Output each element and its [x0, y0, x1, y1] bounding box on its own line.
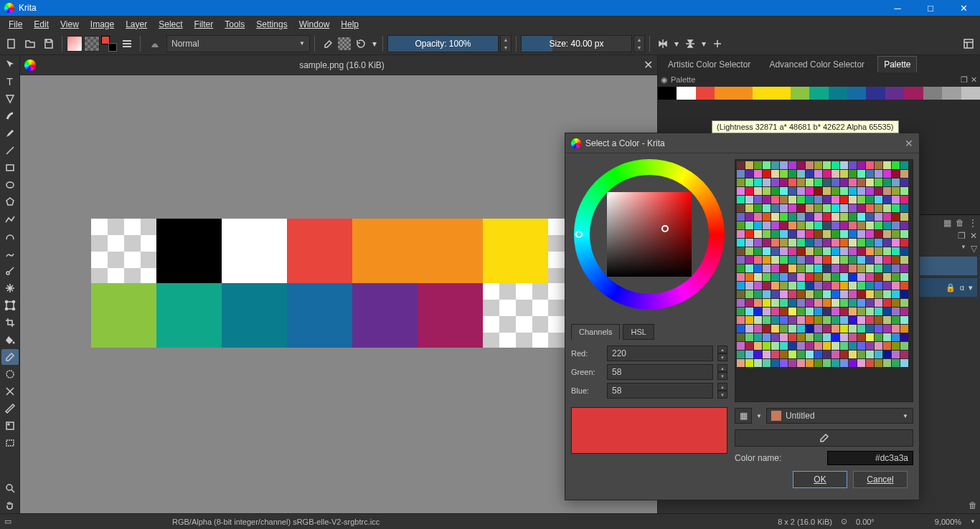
lock-icon[interactable]: 🔒: [946, 283, 956, 292]
menu-filter[interactable]: Filter: [189, 19, 220, 29]
mirror-horizontal-button[interactable]: [654, 35, 672, 52]
red-input[interactable]: 220: [607, 345, 713, 361]
dropdown-icon[interactable]: ▼: [961, 244, 966, 254]
alpha-lock-button[interactable]: [338, 37, 351, 50]
grid-icon[interactable]: ▦: [943, 218, 951, 228]
transform-tool[interactable]: [1, 297, 19, 313]
select-mode-icon[interactable]: ▭: [4, 517, 11, 526]
window-close-button[interactable]: ✕: [947, 0, 980, 16]
dialog-close-button[interactable]: ✕: [905, 138, 913, 149]
rectangle-tool[interactable]: [1, 160, 19, 176]
fg-bg-color-button[interactable]: [101, 36, 117, 52]
measure-tool[interactable]: [1, 401, 19, 416]
eraser-button[interactable]: [319, 35, 336, 52]
edit-shapes-tool[interactable]: [1, 91, 19, 107]
color-picker-tool[interactable]: [1, 349, 19, 365]
status-zoom[interactable]: 9,000%: [935, 518, 961, 526]
canvas[interactable]: [20, 75, 657, 513]
freehand-path-tool[interactable]: [1, 246, 19, 262]
document-tab-title[interactable]: sample.png (16.0 KiB): [40, 60, 644, 70]
zoom-tool[interactable]: [1, 480, 19, 496]
multibrush-tool[interactable]: [1, 280, 19, 296]
dialog-palette-grid[interactable]: [735, 159, 913, 402]
new-file-button[interactable]: [3, 35, 20, 52]
menu-window[interactable]: Window: [293, 19, 336, 29]
hue-marker[interactable]: [575, 231, 583, 238]
menu-view[interactable]: View: [55, 19, 85, 29]
polygon-tool[interactable]: [1, 194, 19, 210]
close-icon[interactable]: ✕: [970, 231, 977, 241]
menu-icon[interactable]: ⋮: [969, 218, 977, 228]
rect-select-tool[interactable]: [1, 435, 19, 451]
brush-tool[interactable]: [1, 125, 19, 141]
menu-file[interactable]: File: [3, 19, 28, 29]
brush-settings-button[interactable]: [118, 35, 136, 52]
move-tool[interactable]: [1, 57, 19, 72]
palette-dock-header[interactable]: ◉ Palette ❐ ✕: [658, 72, 980, 87]
workspace-button[interactable]: [960, 35, 977, 52]
window-minimize-button[interactable]: ─: [881, 0, 914, 16]
reference-tool[interactable]: [1, 418, 19, 434]
dialog-titlebar[interactable]: Select a Color - Krita ✕: [565, 133, 919, 153]
opacity-stepper[interactable]: ▲▼: [500, 35, 512, 52]
sv-marker[interactable]: [661, 225, 669, 232]
dropdown-icon[interactable]: ▾: [673, 35, 680, 52]
crop-tool[interactable]: [1, 315, 19, 330]
palette-name-dropdown[interactable]: Untitled ▼: [766, 408, 913, 424]
gradient-button[interactable]: [67, 36, 83, 52]
ellipse-tool[interactable]: [1, 177, 19, 193]
menu-settings[interactable]: Settings: [250, 19, 293, 29]
palette-row[interactable]: [658, 87, 980, 100]
document-close-button[interactable]: ✕: [644, 58, 653, 72]
tab-palette[interactable]: Palette: [877, 56, 917, 72]
color-square[interactable]: [607, 192, 692, 277]
trash-icon[interactable]: 🗑: [956, 218, 964, 228]
dropdown-icon[interactable]: ▾: [371, 35, 378, 52]
mirror-vertical-button[interactable]: [682, 35, 699, 52]
cancel-button[interactable]: Cancel: [853, 471, 908, 488]
rotation-icon[interactable]: ⊙: [841, 517, 847, 526]
reload-preset-button[interactable]: [352, 35, 369, 52]
menu-tools[interactable]: Tools: [219, 19, 250, 29]
alpha-icon[interactable]: α: [960, 283, 964, 292]
red-stepper[interactable]: ▲▼: [717, 345, 727, 361]
text-tool[interactable]: T: [1, 74, 19, 90]
brush-preset-button[interactable]: [145, 35, 165, 52]
line-tool[interactable]: [1, 143, 19, 158]
bezier-tool[interactable]: [1, 229, 19, 244]
green-input[interactable]: 58: [607, 364, 713, 380]
ok-button[interactable]: OK: [793, 471, 847, 488]
polyline-tool[interactable]: [1, 211, 19, 227]
filter-icon[interactable]: ▽: [971, 244, 977, 254]
trash-icon[interactable]: 🗑: [969, 500, 977, 510]
color-wheel[interactable]: [574, 159, 725, 310]
color-name-field[interactable]: #dc3a3a: [827, 451, 913, 465]
chevron-icon[interactable]: ▾: [969, 283, 973, 292]
opacity-slider[interactable]: Opacity: 100%: [387, 35, 499, 52]
blue-stepper[interactable]: ▲▼: [717, 383, 727, 399]
blue-input[interactable]: 58: [607, 383, 713, 399]
dropdown-icon[interactable]: ▾: [700, 35, 707, 52]
save-file-button[interactable]: [40, 35, 57, 52]
float-icon[interactable]: ❐: [961, 75, 968, 85]
close-icon[interactable]: ✕: [971, 75, 977, 85]
open-file-button[interactable]: [22, 35, 39, 52]
menu-help[interactable]: Help: [335, 19, 364, 29]
tab-artistic-color-selector[interactable]: Artistic Color Selector: [662, 57, 756, 72]
pattern-button[interactable]: [84, 36, 100, 52]
size-slider[interactable]: Size: 40.00 px: [521, 35, 632, 52]
dynamic-brush-tool[interactable]: [1, 263, 19, 279]
tab-hsl[interactable]: HSL: [623, 324, 654, 340]
tab-channels[interactable]: Channels: [571, 324, 620, 340]
blend-mode-dropdown[interactable]: Normal▼: [166, 35, 310, 52]
smart-patch-tool[interactable]: [1, 366, 19, 382]
fill-tool[interactable]: [1, 332, 19, 348]
menu-image[interactable]: Image: [85, 19, 120, 29]
window-maximize-button[interactable]: □: [914, 0, 947, 16]
tab-advanced-color-selector[interactable]: Advanced Color Selector: [763, 57, 870, 72]
size-stepper[interactable]: ▲▼: [633, 35, 645, 52]
float-icon[interactable]: ❐: [958, 231, 966, 241]
menu-layer[interactable]: Layer: [120, 19, 153, 29]
green-stepper[interactable]: ▲▼: [717, 364, 727, 380]
assistant-tool[interactable]: [1, 383, 19, 399]
